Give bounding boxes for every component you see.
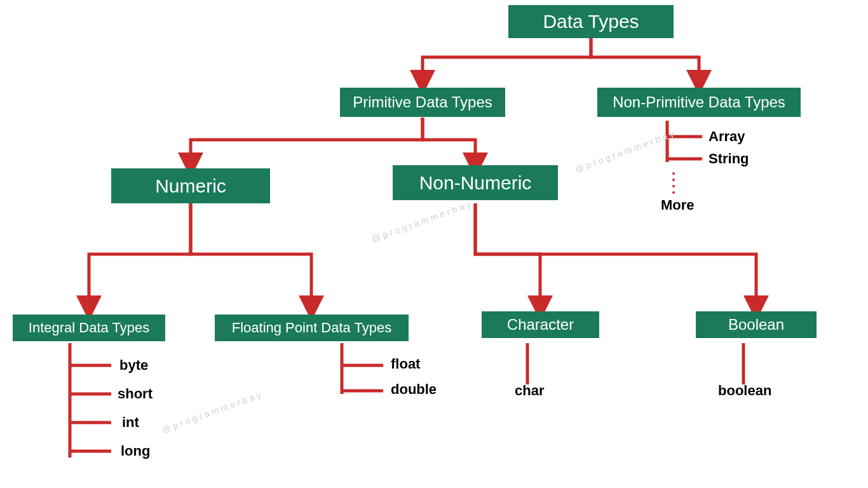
leaf-long: long [121, 443, 150, 459]
leaf-array: Array [709, 128, 745, 145]
watermark-text: @programmerbay [370, 198, 474, 245]
leaf-more: More [661, 197, 695, 214]
leaf-byte: byte [119, 357, 148, 374]
leaf-float: float [391, 356, 420, 372]
leaf-double: double [391, 381, 437, 398]
node-floating: Floating Point Data Types [215, 315, 409, 341]
node-data-types: Data Types [508, 5, 674, 38]
node-boolean: Boolean [696, 311, 817, 338]
leaf-boolean: boolean [718, 383, 771, 399]
leaf-short: short [118, 386, 153, 402]
node-nonnumeric: Non-Numeric [393, 165, 558, 200]
node-nonprimitive: Non-Primitive Data Types [597, 88, 801, 117]
leaf-string: String [709, 151, 749, 167]
node-primitive: Primitive Data Types [340, 88, 505, 117]
leaf-int: int [122, 414, 139, 431]
node-numeric: Numeric [111, 168, 270, 203]
ellipsis-dots-icon [672, 170, 675, 196]
watermark-text: @programmerbay [160, 389, 264, 435]
watermark-text: @programmerbay [573, 128, 677, 175]
leaf-char: char [515, 383, 544, 399]
node-integral: Integral Data Types [13, 315, 165, 341]
node-character: Character [482, 311, 599, 338]
